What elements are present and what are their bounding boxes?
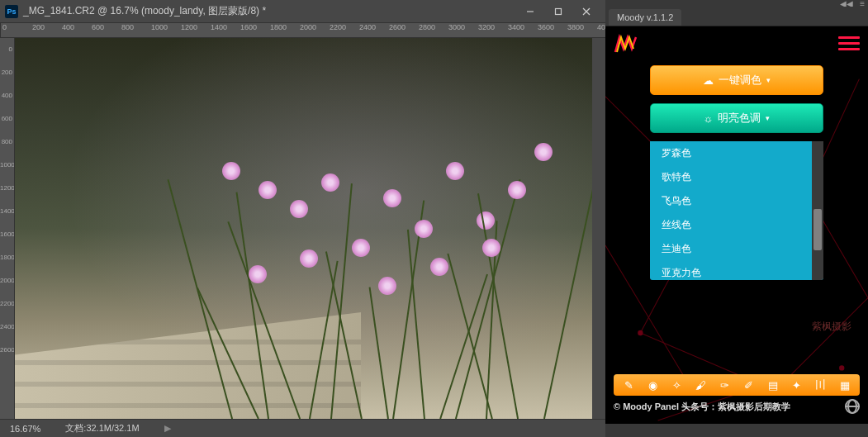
zoom-level[interactable]: 16.67% (10, 424, 40, 434)
document-title: _MG_1841.CR2 @ 16.7% (moody_landy, 图层蒙版/… (23, 4, 516, 18)
bright-tone-button[interactable]: ☼ 明亮色调 ▾ (650, 103, 823, 133)
photoshop-window: Ps _MG_1841.CR2 @ 16.7% (moody_landy, 图层… (0, 0, 605, 437)
canvas-viewport[interactable] (15, 38, 592, 419)
bright-label: 明亮色调 (718, 111, 761, 126)
photoshop-icon: Ps (5, 5, 18, 18)
canvas-area: 0200400600800100012001400160018002000220… (0, 23, 605, 419)
svg-point-13 (638, 330, 643, 335)
hamburger-menu-icon[interactable] (838, 33, 860, 54)
copyright-text: © Moody Panel 头条号：紫枫摄影后期教学 (614, 401, 790, 413)
panel-topstrip: ◀◀ ≡ (605, 0, 868, 7)
sparkle-icon[interactable]: ✦ (790, 378, 804, 392)
ruler-vertical[interactable]: 0200400600800100012001400160018002000220… (0, 38, 15, 419)
statusbar-caret[interactable]: ▶ (164, 423, 171, 434)
svg-line-10 (790, 298, 868, 377)
watermark-text: 紫枫摄影 (812, 320, 851, 334)
brush-icon[interactable]: ✎ (622, 378, 637, 392)
preset-item[interactable]: 罗森色 (650, 141, 812, 165)
wand-icon[interactable]: ✧ (670, 378, 685, 392)
close-button[interactable] (572, 2, 600, 21)
ruler-horizontal[interactable]: 0200400600800100012001400160018002000220… (0, 23, 605, 38)
preset-item[interactable]: 兰迪色 (650, 237, 812, 261)
cloud-icon: ☁ (703, 74, 714, 87)
titlebar[interactable]: Ps _MG_1841.CR2 @ 16.7% (moody_landy, 图层… (0, 0, 605, 23)
preset-item[interactable]: 歌特色 (650, 165, 812, 189)
caret-down-icon: ▾ (766, 76, 771, 84)
gradient-icon[interactable]: ▤ (766, 378, 780, 392)
globe-icon[interactable] (845, 399, 860, 414)
ruler-icon[interactable]: 〣 (813, 378, 828, 392)
panel-tabs: Moody v.1.1.2 (605, 7, 868, 26)
onekey-label: 一键调色 (719, 73, 761, 88)
moody-panel-body: ☁ 一键调色 ▾ ☼ 明亮色调 ▾ 罗森色歌特色飞鸟色丝线色兰迪色亚克力色艾比色… (605, 26, 868, 424)
panel-bottom-strip (605, 424, 868, 437)
onekey-color-button[interactable]: ☁ 一键调色 ▾ (650, 65, 823, 95)
scrollbar-vertical[interactable] (592, 38, 605, 419)
minimize-button[interactable] (516, 2, 544, 21)
camera-icon[interactable]: ◉ (646, 378, 661, 392)
tab-moody[interactable]: Moody v.1.1.2 (609, 9, 681, 26)
statusbar: 16.67% 文档:32.1M/32.1M ▶ (0, 419, 605, 437)
doc-size[interactable]: 文档:32.1M/32.1M (65, 422, 139, 435)
caret-down-icon: ▾ (766, 114, 770, 122)
preset-item[interactable]: 亚克力色 (650, 261, 812, 280)
brush2-icon[interactable]: ✐ (742, 378, 757, 392)
moody-logo-icon (614, 34, 638, 54)
dropdown-scrollbar[interactable] (812, 141, 823, 280)
sun-icon: ☼ (704, 112, 714, 125)
svg-rect-1 (556, 8, 562, 14)
tool-toolbar: ✎ ◉ ✧ 🖌 ✑ ✐ ▤ ✦ 〣 ▦ (614, 374, 860, 396)
pen-icon[interactable]: ✑ (718, 378, 733, 392)
paint-icon[interactable]: 🖌 (694, 378, 709, 392)
preset-dropdown: 罗森色歌特色飞鸟色丝线色兰迪色亚克力色艾比色尼比鱼色 (650, 141, 823, 280)
preset-item[interactable]: 丝线色 (650, 213, 812, 237)
extension-panel-area: ◀◀ ≡ Moody v.1.1.2 ☁ 一键调色 ▾ ☼ (605, 0, 868, 437)
preset-item[interactable]: 飞鸟色 (650, 189, 812, 213)
maximize-button[interactable] (544, 2, 572, 21)
svg-point-16 (839, 365, 844, 370)
scrollbar-thumb[interactable] (813, 209, 822, 250)
grid-icon[interactable]: ▦ (837, 378, 852, 392)
